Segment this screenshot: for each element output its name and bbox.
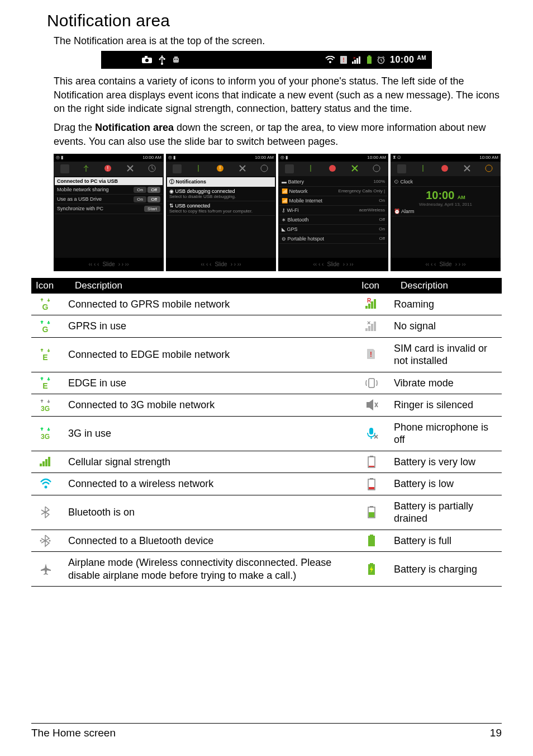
airplane-icon	[31, 552, 60, 587]
vibrate-icon	[357, 372, 386, 394]
table-row: Connected to a Bluetooth deviceBattery i…	[31, 530, 502, 552]
signal-icon: ×	[352, 56, 362, 64]
svg-text:!: !	[220, 166, 221, 172]
description-cell: 3G in use	[60, 416, 357, 451]
svg-rect-15	[356, 58, 358, 64]
roaming-icon	[357, 294, 386, 315]
description-cell: Battery is partially drained	[386, 495, 502, 530]
svg-rect-18	[367, 56, 372, 64]
table-row: GPRS in useNo signal	[31, 315, 502, 338]
status-time: 10:00	[390, 55, 414, 64]
description-cell: GPRS in use	[60, 315, 357, 338]
sim-warn-icon: !	[340, 55, 348, 64]
description-cell: SIM card is invalid or not installed	[386, 337, 502, 372]
status-ampm: AM	[417, 55, 426, 61]
svg-point-8	[174, 59, 175, 60]
description-cell: Phone microphone is off	[386, 416, 502, 451]
svg-rect-6	[173, 58, 179, 63]
description-cell: Ringer is silenced	[386, 394, 502, 417]
table-row: Connected to EDGE mobile networkSIM card…	[31, 337, 502, 372]
screenshot-settings: ◎ ▮10:00 AM ▬ Battery100% 📶 NetworkEmerg…	[278, 154, 388, 271]
svg-rect-13	[352, 62, 354, 64]
table-row: Bluetooth is onBattery is partially drai…	[31, 495, 502, 530]
svg-point-5	[159, 59, 161, 60]
svg-point-29	[441, 165, 448, 172]
svg-point-9	[177, 59, 178, 60]
icon-description-table: Icon Description Icon Description Connec…	[31, 278, 502, 587]
battery-icon	[367, 55, 372, 64]
svg-rect-7	[174, 56, 178, 58]
batt-low-icon	[357, 473, 386, 495]
svg-rect-1	[145, 56, 147, 58]
batt-very-low-icon	[357, 451, 386, 473]
description-cell: Connected to 3G mobile network	[60, 394, 357, 417]
description-cell: Connected to EDGE mobile network	[60, 337, 357, 372]
description-cell: Battery is low	[386, 473, 502, 495]
svg-rect-4	[164, 58, 165, 60]
footer-page-number: 19	[490, 727, 502, 739]
svg-point-2	[145, 59, 149, 62]
notification-panel-screenshots: ◎ ▮10:00 AM ! Connected to PC via USB Mo…	[54, 154, 501, 271]
th-icon-1: Icon	[31, 278, 60, 294]
svg-point-26	[261, 165, 268, 172]
description-cell: Connected to a Bluetooth device	[60, 530, 357, 552]
signal-icon	[31, 451, 60, 473]
description-cell: Airplane mode (Wireless connectivity dis…	[60, 552, 357, 587]
description-cell: Roaming	[386, 294, 502, 315]
svg-rect-14	[354, 60, 356, 64]
table-row: Connected to a wireless networkBattery i…	[31, 473, 502, 495]
description-cell: Battery is very low	[386, 451, 502, 473]
svg-point-30	[486, 165, 492, 172]
mic-off-icon	[357, 416, 386, 451]
table-row: 3G in usePhone microphone is off	[31, 416, 502, 451]
description-cell: Battery is full	[386, 530, 502, 552]
svg-point-3	[161, 63, 163, 65]
sim-invalid-icon	[357, 337, 386, 372]
svg-text:!: !	[107, 166, 109, 172]
description-cell: Connected to a wireless network	[60, 473, 357, 495]
description-cell: Battery is charging	[386, 552, 502, 587]
svg-point-10	[329, 61, 331, 63]
usb-icon	[158, 55, 166, 65]
gprs-icon	[31, 294, 60, 315]
batt-partial-icon	[357, 495, 386, 530]
no-signal-icon	[357, 315, 386, 338]
screenshot-clock: ⧗ ◎10:00 AM ⏲ Clock 10:00 AMWednesday, A…	[391, 154, 501, 271]
paragraph-2: Drag the Notification area down the scre…	[54, 121, 502, 148]
batt-full-icon	[357, 530, 386, 552]
table-row: Connected to GPRS mobile networkRoaming	[31, 294, 502, 315]
svg-point-28	[373, 165, 380, 172]
threeg-icon	[31, 394, 60, 417]
screenshot-notifications: ◎ ▮10:00 AM ! ⓘ Notifications ◉ USB debu…	[166, 154, 276, 271]
edge-use-icon	[31, 372, 60, 394]
th-desc-2: Description	[386, 278, 502, 294]
description-cell: EDGE in use	[60, 372, 357, 394]
wifi-icon	[325, 56, 335, 64]
bluetooth-icon	[31, 495, 60, 530]
bluetooth-connected-icon	[31, 530, 60, 552]
status-bar-illustration: ! × 10:00 AM	[101, 51, 432, 69]
screenshot-usb: ◎ ▮10:00 AM ! Connected to PC via USB Mo…	[54, 154, 164, 271]
th-icon-2: Icon	[357, 278, 386, 294]
svg-rect-19	[368, 55, 370, 56]
gprs-use-icon	[31, 315, 60, 338]
ringer-silenced-icon	[357, 394, 386, 417]
batt-charging-icon	[357, 552, 386, 587]
paragraph-1: This area contains a variety of icons to…	[54, 74, 502, 115]
description-cell: Cellular signal strength	[60, 451, 357, 473]
page-title: Notification area	[47, 11, 502, 30]
description-cell: Vibrate mode	[386, 372, 502, 394]
debug-icon	[172, 55, 180, 64]
threeg-use-icon	[31, 416, 60, 451]
svg-text:×: ×	[353, 56, 356, 60]
intro-text: The Notification area is at the top of t…	[54, 35, 502, 48]
table-row: Connected to 3G mobile networkRinger is …	[31, 394, 502, 417]
page-footer: The Home screen 19	[31, 723, 502, 739]
table-row: Cellular signal strengthBattery is very …	[31, 451, 502, 473]
alarm-icon	[377, 55, 386, 64]
table-row: Airplane mode (Wireless connectivity dis…	[31, 552, 502, 587]
th-desc-1: Description	[60, 278, 357, 294]
edge-icon	[31, 337, 60, 372]
svg-rect-16	[359, 56, 360, 64]
table-row: EDGE in useVibrate mode	[31, 372, 502, 394]
